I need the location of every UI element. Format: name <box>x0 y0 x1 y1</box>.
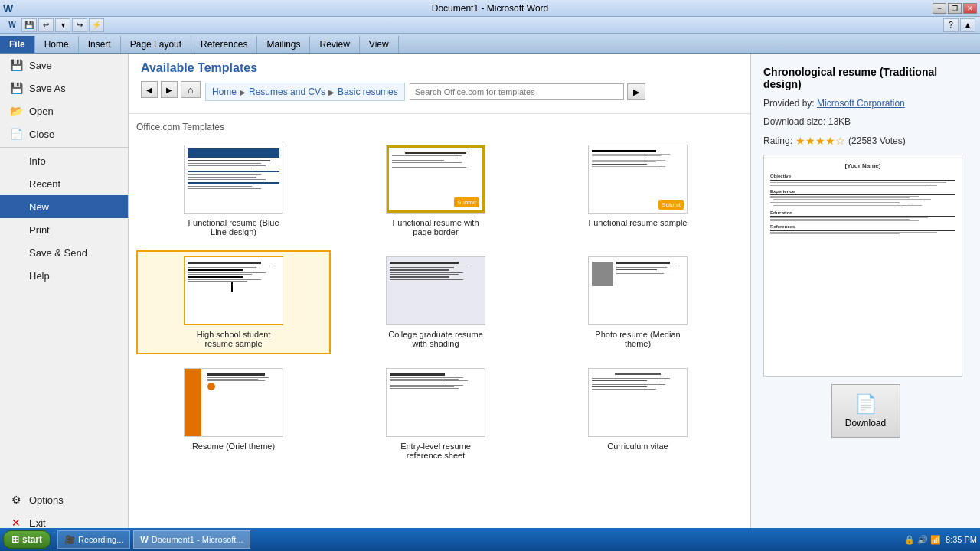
tab-references[interactable]: References <box>191 36 257 53</box>
tab-file[interactable]: File <box>0 36 35 53</box>
preview-content: [Your Name] Objective Experience Educati… <box>764 155 962 376</box>
ribbon-tabs: File Home Insert Page Layout References … <box>0 34 980 54</box>
home-button[interactable]: ⌂ <box>181 81 201 98</box>
taskbar-divider <box>54 532 54 547</box>
tab-view[interactable]: View <box>360 36 399 53</box>
template-thumb-college <box>386 256 485 325</box>
submit-badge-1: Submit <box>454 197 479 207</box>
rp-title: Chronological resume (Traditional design… <box>763 66 968 90</box>
template-college[interactable]: College graduate resume with shading <box>338 250 533 354</box>
title-bar: W Document1 - Microsoft Word − ❐ ✕ <box>0 0 980 17</box>
download-label: Download <box>845 418 886 429</box>
preview-name: [Your Name] <box>770 161 956 170</box>
template-label-func-sample: Functional resume sample <box>588 218 687 227</box>
sidebar-item-info[interactable]: Info <box>0 149 128 172</box>
save-icon: 💾 <box>9 58 23 72</box>
taskbar-right: 🔒 🔊 📶 8:35 PM <box>904 535 977 545</box>
breadcrumb-resumes[interactable]: Resumes and CVs <box>249 86 325 97</box>
templates-container: Office.com Templates <box>129 114 750 534</box>
template-label-college: College graduate resume with shading <box>386 330 485 348</box>
breadcrumb-nav: ◀ ▶ ⌂ <box>141 81 201 98</box>
template-thumb-photo <box>588 256 688 325</box>
tab-page-layout[interactable]: Page Layout <box>121 36 191 53</box>
template-label-cv: Curriculum vitae <box>607 442 668 451</box>
sidebar-divider-1 <box>0 147 128 148</box>
sidebar-item-save-as[interactable]: 💾 Save As <box>0 77 128 99</box>
template-func-blue[interactable]: Functional resume (Blue Line design) <box>136 139 331 243</box>
template-cv[interactable]: Curriculum vitae <box>541 362 735 466</box>
title-bar-controls: − ❐ ✕ <box>933 3 977 14</box>
template-func-border[interactable]: Submit Functional resume with page borde… <box>338 139 533 243</box>
restore-button[interactable]: ❐ <box>948 3 962 14</box>
recent-icon <box>9 177 23 191</box>
template-label-highschool: High school student resume sample <box>184 330 283 348</box>
redo-button[interactable]: ↪ <box>72 18 87 32</box>
main-area: 💾 Save 💾 Save As 📂 Open 📄 Close Info Rec… <box>0 54 980 534</box>
search-input[interactable] <box>410 83 624 100</box>
sidebar-item-save-send[interactable]: Save & Send <box>0 241 128 264</box>
help-icon[interactable]: ? <box>943 18 959 32</box>
close-button[interactable]: ✕ <box>963 3 977 14</box>
ribbon-minimize[interactable]: ▲ <box>960 18 975 32</box>
sidebar-item-open[interactable]: 📂 Open <box>0 99 128 122</box>
print-icon <box>9 223 23 236</box>
sidebar-item-save[interactable]: 💾 Save <box>0 54 128 77</box>
breadcrumb-home[interactable]: Home <box>212 86 237 97</box>
save-as-icon: 💾 <box>9 81 23 95</box>
rp-size: Download size: 13KB <box>763 116 968 127</box>
window-title: Document1 - Microsoft Word <box>432 3 549 14</box>
preview-objective-label: Objective <box>770 173 956 180</box>
taskbar-item-recording[interactable]: 🎥 Recording... <box>57 530 130 549</box>
template-oriel[interactable]: Resume (Oriel theme) <box>136 362 331 466</box>
taskbar: ⊞ start 🎥 Recording... W Document1 - Mic… <box>0 528 980 551</box>
template-label-func-border: Functional resume with page border <box>386 218 485 236</box>
template-func-sample[interactable]: Submit Functional resume sample <box>541 139 735 243</box>
search-button[interactable]: ▶ <box>627 83 645 100</box>
tab-insert[interactable]: Insert <box>79 36 121 53</box>
customize-qat[interactable]: ⚡ <box>89 18 104 32</box>
template-thumb-entry-level <box>386 368 485 437</box>
vote-count: (22583 Votes) <box>848 135 906 146</box>
templates-grid: Functional resume (Blue Line design) <box>136 139 743 466</box>
tab-mailings[interactable]: Mailings <box>257 36 310 53</box>
template-photo[interactable]: Photo resume (Median theme) <box>541 250 735 354</box>
new-icon <box>9 200 23 214</box>
start-button[interactable]: ⊞ start <box>3 530 51 549</box>
word-icon: W <box>3 2 13 15</box>
sidebar-item-recent[interactable]: Recent <box>0 172 128 195</box>
right-panel: Chronological resume (Traditional design… <box>750 54 980 534</box>
undo-button[interactable]: ↩ <box>38 18 54 32</box>
undo-dropdown[interactable]: ▾ <box>55 18 70 32</box>
sidebar-item-options[interactable]: ⚙ Options <box>0 488 128 511</box>
template-entry-level[interactable]: Entry-level resume reference sheet <box>338 362 533 466</box>
sidebar-item-help[interactable]: Help <box>0 264 128 287</box>
template-label-func-blue: Functional resume (Blue Line design) <box>184 218 283 236</box>
download-icon: 📄 <box>854 393 877 415</box>
search-bar: ▶ <box>410 83 645 100</box>
tab-review[interactable]: Review <box>310 36 359 53</box>
save-qat-button[interactable]: 💾 <box>21 18 37 32</box>
submit-badge-2: Submit <box>658 200 684 210</box>
template-thumb-func-sample: Submit <box>588 145 688 214</box>
template-label-oriel: Resume (Oriel theme) <box>192 442 275 451</box>
taskbar-item-word[interactable]: W Document1 - Microsoft... <box>133 530 250 549</box>
provider-link[interactable]: Microsoft Corporation <box>817 98 905 109</box>
template-label-entry-level: Entry-level resume reference sheet <box>386 442 485 460</box>
sidebar-item-close[interactable]: 📄 Close <box>0 122 128 145</box>
minimize-button[interactable]: − <box>933 3 946 14</box>
breadcrumb: Home ▶ Resumes and CVs ▶ Basic resumes <box>205 83 405 101</box>
breadcrumb-basic[interactable]: Basic resumes <box>338 86 398 97</box>
preview-education-label: Education <box>770 210 956 217</box>
sidebar-item-new[interactable]: New <box>0 195 128 218</box>
page-title: Available Templates <box>141 61 738 75</box>
recording-icon: 🎥 <box>64 535 75 545</box>
tab-home[interactable]: Home <box>35 36 79 53</box>
preview-experience-label: Experience <box>770 188 956 195</box>
forward-button[interactable]: ▶ <box>161 81 178 98</box>
back-button[interactable]: ◀ <box>141 81 158 98</box>
options-icon: ⚙ <box>9 493 23 507</box>
template-highschool[interactable]: High school student resume sample <box>136 250 331 354</box>
download-button[interactable]: 📄 Download <box>831 384 900 438</box>
rating-stars: ★★★★☆ <box>795 135 845 147</box>
sidebar-item-print[interactable]: Print <box>0 218 128 241</box>
